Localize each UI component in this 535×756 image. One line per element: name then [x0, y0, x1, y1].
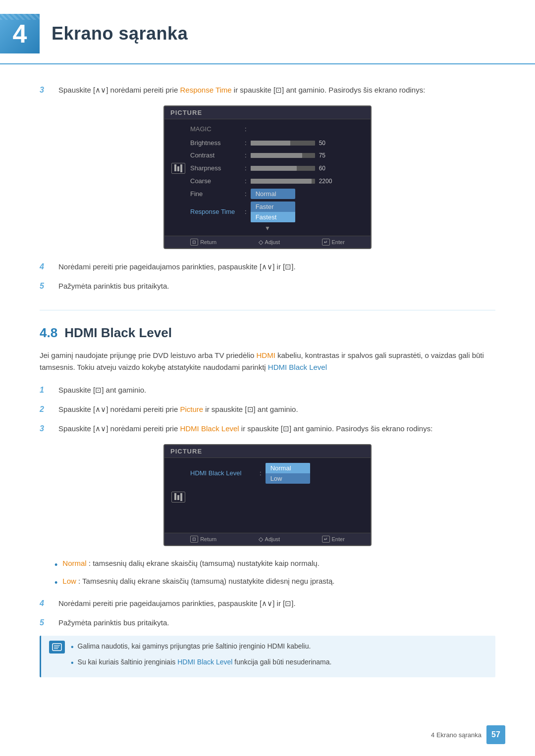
menu-icon-2 [171, 492, 185, 503]
step-48-4: 4 Norėdami pereiti prie pageidaujamos pa… [40, 598, 495, 610]
dropdown-response: Faster Fastest [251, 202, 295, 222]
menu-row-sharpness: Sharpness : 60 [171, 163, 364, 174]
bullet-normal: • Normal : tamsesnių dalių ekrane skaisč… [54, 558, 495, 572]
highlight-normal: Normal [62, 559, 86, 567]
footer-adjust-1: ◇ Adjust [259, 239, 280, 246]
brightness-fill [251, 141, 291, 146]
highlight-hdmi-black-level-note: HDMI Black Level [177, 658, 232, 666]
menu-label-contrast: Contrast [190, 151, 245, 159]
step-text-48-2: Spauskite [∧∨] norėdami pereiti prie Pic… [58, 403, 495, 416]
step-48-5: 5 Pažymėta parinktis bus pritaikyta. [40, 617, 495, 629]
chapter-title: Ekrano sąranka [52, 23, 188, 44]
step-text-48-3: Spauskite [∧∨] norėdami pereiti prie HDM… [58, 423, 495, 435]
monitor1-titlebar: PICTURE [164, 106, 371, 119]
step-text-48-4: Norėdami pereiti prie pageidaujamos pari… [58, 598, 495, 610]
dropdown-item-fastest: Fastest [251, 212, 295, 222]
highlight-hdmi-black-level-step: HDMI Black Level [180, 424, 239, 433]
monitor2-titlebar: PICTURE [164, 445, 371, 458]
highlight-response-time: Response Time [180, 86, 231, 94]
note-icon [49, 641, 65, 654]
contrast-bar [251, 153, 315, 158]
highlight-picture: Picture [180, 405, 203, 413]
page: 4 Ekrano sąranka 3 Spauskite [∧∨] norėda… [0, 0, 535, 756]
dropdown-hdmi: Normal Low [266, 463, 310, 484]
menu-row-icon2 [171, 492, 364, 503]
monitor2-body: HDMI Black Level : Normal Low [164, 458, 371, 533]
step-48-2: 2 Spauskite [∧∨] norėdami pereiti prie P… [40, 403, 495, 416]
monitor2-footer: ⊡ Return ◇ Adjust ↵ Enter [164, 533, 371, 545]
highlight-hdmi-black-level-intro: HDMI Black Level [268, 363, 327, 371]
section-48-header: 4.8 HDMI Black Level [40, 325, 495, 341]
dropdown-item-faster: Faster [251, 202, 295, 212]
coarse-value: 2200 [319, 178, 337, 185]
key-updown: ∧∨ [95, 86, 106, 94]
sharpness-bar [251, 166, 315, 171]
monitor-screenshot-1: PICTURE MAGIC : Brightness : [163, 105, 372, 249]
step-num-48-1: 1 [40, 384, 55, 397]
menu-label-magic: MAGIC [190, 125, 245, 133]
brightness-bar [251, 141, 315, 146]
bullet-dot-normal: • [54, 558, 57, 572]
menu-row-hdmi-black: HDMI Black Level : Normal Low [171, 463, 364, 484]
step-num-48-2: 2 [40, 403, 55, 416]
menu-label-coarse: Coarse [190, 177, 245, 185]
note-box: • Galima naudotis, kai gaminys prijungta… [40, 636, 495, 677]
menu-label-sharpness: Sharpness [190, 164, 245, 172]
step-num-3: 3 [40, 84, 55, 97]
highlight-low: Low [62, 577, 76, 585]
step-num-4a: 4 [40, 261, 55, 273]
step-48-3: 3 Spauskite [∧∨] norėdami pereiti prie H… [40, 423, 495, 435]
step-text-5a: Pažymėta parinktis bus pritaikyta. [58, 280, 495, 293]
step-num-5a: 5 [40, 280, 55, 293]
step-5-first: 5 Pažymėta parinktis bus pritaikyta. [40, 280, 495, 293]
monitor1-footer: ⊡ Return ◇ Adjust ↵ Enter [164, 236, 371, 248]
hdmi-bullet-list: • Normal : tamsesnių dalių ekrane skaisč… [54, 558, 495, 590]
section-48-intro: Jei gaminį naudojate prijungę prie DVD l… [40, 350, 495, 373]
menu-row-brightness: Brightness : 50 [171, 138, 364, 148]
note-content: • Galima naudotis, kai gaminys prijungta… [71, 641, 331, 672]
menu-row-response-time: Response Time : Faster Fastest [171, 202, 364, 222]
menu-row-coarse: Coarse : 2200 [171, 176, 364, 186]
sharpness-value: 60 [319, 165, 337, 172]
key-enter: ⊡ [275, 86, 282, 94]
menu-label-hdmi-black: HDMI Black Level [190, 469, 260, 477]
footer-icon-enter-2: ↵ [322, 536, 330, 543]
dropdown-item-normal: Normal [251, 189, 295, 199]
footer-enter-2: ↵ Enter [322, 536, 345, 543]
section-48-title: HDMI Black Level [64, 325, 172, 341]
step-48-1: 1 Spauskite [⊡] ant gaminio. [40, 384, 495, 397]
footer-icon-return-2: ⊡ [190, 536, 198, 543]
footer-chapter-ref: 4 Ekrano sąranka [431, 731, 482, 739]
monitor-screenshot-2: PICTURE HDMI Black Level : Normal Low [163, 444, 372, 546]
step-num-48-5: 5 [40, 617, 55, 629]
sharpness-fill [251, 166, 297, 171]
footer-return-2: ⊡ Return [190, 536, 216, 543]
dropdown-item-hdmi-normal: Normal [266, 463, 310, 473]
menu-row-contrast: Contrast : 75 [171, 151, 364, 160]
section-48-num: 4.8 [40, 325, 57, 341]
menu-icon-sharpness [171, 163, 185, 174]
coarse-bar [251, 179, 315, 184]
step-4-first: 4 Norėdami pereiti prie pageidaujamos pa… [40, 261, 495, 273]
chapter-number: 4 [0, 14, 40, 53]
dropdown-fine: Normal [251, 189, 295, 199]
step-text-48-5: Pažymėta parinktis bus pritaikyta. [58, 617, 495, 629]
monitor1-body: MAGIC : Brightness : 50 [164, 119, 371, 236]
coarse-fill [251, 179, 312, 184]
menu-label-brightness: Brightness [190, 139, 245, 147]
step-num-48-3: 3 [40, 423, 55, 435]
footer-enter-1: ↵ Enter [322, 239, 345, 246]
step-num-48-4: 4 [40, 598, 55, 610]
footer-page-number: 57 [486, 725, 505, 744]
menu-label-fine: Fine [190, 190, 245, 198]
chapter-header: 4 Ekrano sąranka [0, 0, 535, 64]
note-text-2: Su kai kuriais šaltinio įrenginiais HDMI… [78, 656, 332, 667]
footer-return-1: ⊡ Return [190, 239, 216, 246]
contrast-fill [251, 153, 302, 158]
note-bullet-1: • Galima naudotis, kai gaminys prijungta… [71, 641, 331, 654]
contrast-value: 75 [319, 152, 337, 159]
section-divider [40, 310, 495, 310]
step-3-response-time: 3 Spauskite [∧∨] norėdami pereiti prie R… [40, 84, 495, 97]
content-area: 3 Spauskite [∧∨] norėdami pereiti prie R… [0, 84, 535, 707]
menu-label-response-time: Response Time [190, 208, 245, 215]
